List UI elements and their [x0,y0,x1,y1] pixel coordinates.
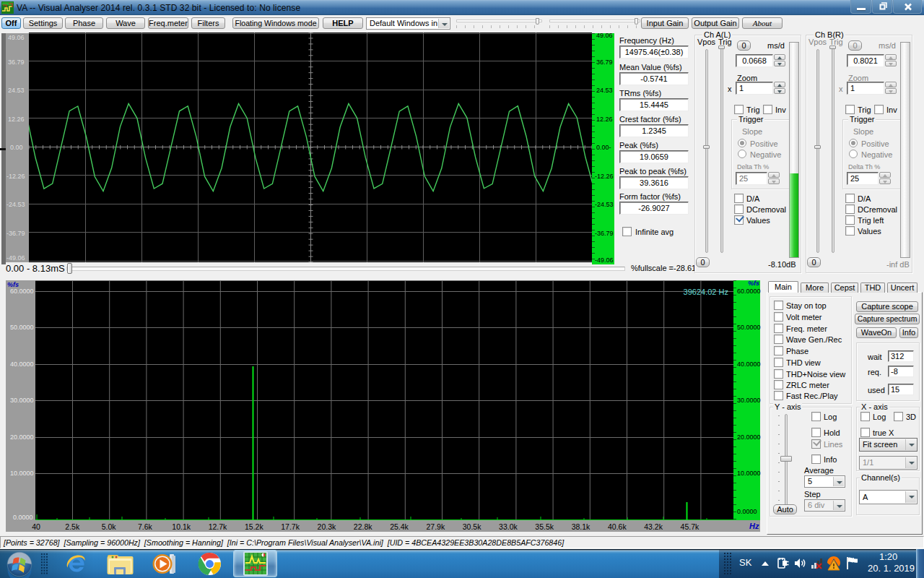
svg-text:39624.02 Hz: 39624.02 Hz [684,288,728,296]
